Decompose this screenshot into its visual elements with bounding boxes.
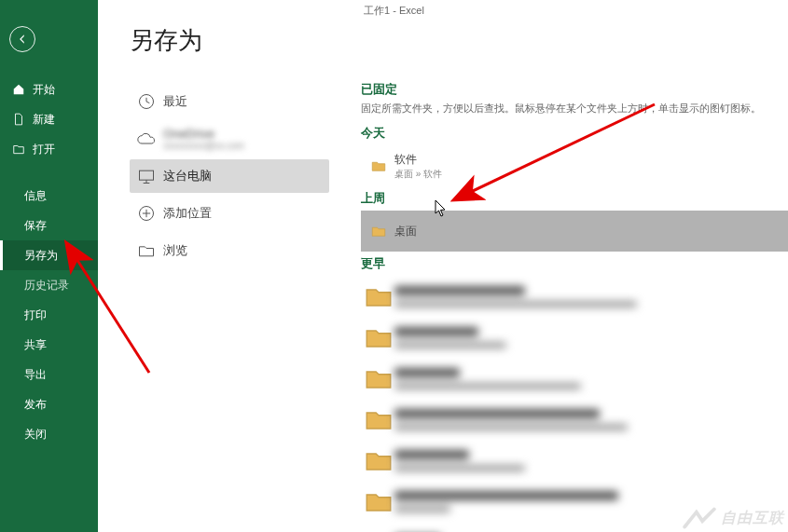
place-browse[interactable]: 浏览 xyxy=(130,234,329,267)
folder-icon xyxy=(363,526,394,532)
sidebar-item-new[interactable]: 新建 xyxy=(0,104,98,134)
pc-icon xyxy=(130,167,163,185)
folder-icon xyxy=(363,157,394,174)
section-lastweek-title: 上周 xyxy=(361,190,788,207)
folder-icon xyxy=(363,403,394,435)
sidebar-item-open[interactable]: 打开 xyxy=(0,134,98,164)
folder-row-software[interactable]: 软件 桌面 » 软件 xyxy=(361,145,788,186)
folder-row-blurred[interactable] xyxy=(361,276,788,317)
sidebar-item-history[interactable]: 历史记录 xyxy=(0,270,98,300)
clock-icon xyxy=(130,92,163,111)
place-thispc[interactable]: 这台电脑 xyxy=(130,159,329,193)
back-arrow-icon xyxy=(16,33,29,46)
sidebar-item-publish[interactable]: 发布 xyxy=(0,389,98,419)
folder-row-blurred[interactable] xyxy=(361,522,788,532)
place-addplace[interactable]: 添加位置 xyxy=(130,197,329,230)
place-recent[interactable]: 最近 xyxy=(130,85,329,118)
sidebar-item-saveas[interactable]: 另存为 xyxy=(0,240,98,270)
backstage-sidebar: 开始 新建 打开 信息 保存 另存为 历史记录 打印 共享 导出 发布 关闭 xyxy=(0,0,98,532)
folder-row-blurred[interactable] xyxy=(361,358,788,399)
folder-icon xyxy=(363,321,394,353)
sidebar-label-home: 开始 xyxy=(33,82,55,98)
sidebar-label-new: 新建 xyxy=(33,112,55,128)
sidebar-label-open: 打开 xyxy=(33,142,55,157)
back-button[interactable] xyxy=(9,26,35,52)
section-pinned-title: 已固定 xyxy=(361,81,788,98)
place-onedrive[interactable]: OneDrive xxxxxxxxx@xx.com xyxy=(130,122,329,156)
folder-icon xyxy=(363,444,394,476)
new-file-icon xyxy=(12,113,25,126)
sidebar-item-close[interactable]: 关闭 xyxy=(0,419,98,449)
folder-row-blurred[interactable] xyxy=(361,481,788,522)
section-pinned-subtitle: 固定所需文件夹，方便以后查找。鼠标悬停在某个文件夹上方时，单击显示的图钉图标。 xyxy=(361,102,788,116)
page-title: 另存为 xyxy=(130,24,788,57)
folder-icon xyxy=(363,223,394,239)
folder-icon xyxy=(363,485,394,517)
folder-row-desktop[interactable]: 桌面 xyxy=(361,211,788,252)
open-folder-icon xyxy=(12,143,25,156)
sidebar-item-info[interactable]: 信息 xyxy=(0,181,98,211)
folder-row-blurred[interactable] xyxy=(361,399,788,440)
add-place-icon xyxy=(130,204,163,223)
svg-rect-1 xyxy=(140,171,154,180)
home-icon xyxy=(12,83,25,96)
section-earlier-title: 更早 xyxy=(361,255,788,272)
section-today-title: 今天 xyxy=(361,125,788,142)
places-column: 最近 OneDrive xxxxxxxxx@xx.com 这台电脑 添加位置 xyxy=(98,74,337,532)
sidebar-item-print[interactable]: 打印 xyxy=(0,300,98,330)
sidebar-item-share[interactable]: 共享 xyxy=(0,330,98,360)
folder-row-blurred[interactable] xyxy=(361,317,788,358)
sidebar-item-export[interactable]: 导出 xyxy=(0,360,98,389)
folders-column: 已固定 固定所需文件夹，方便以后查找。鼠标悬停在某个文件夹上方时，单击显示的图钉… xyxy=(337,74,788,532)
folder-row-blurred[interactable] xyxy=(361,440,788,481)
folder-icon xyxy=(363,280,394,312)
cloud-icon xyxy=(130,130,163,148)
sidebar-item-home[interactable]: 开始 xyxy=(0,75,98,104)
sidebar-item-save[interactable]: 保存 xyxy=(0,211,98,240)
browse-folder-icon xyxy=(130,241,163,260)
folder-icon xyxy=(363,362,394,394)
